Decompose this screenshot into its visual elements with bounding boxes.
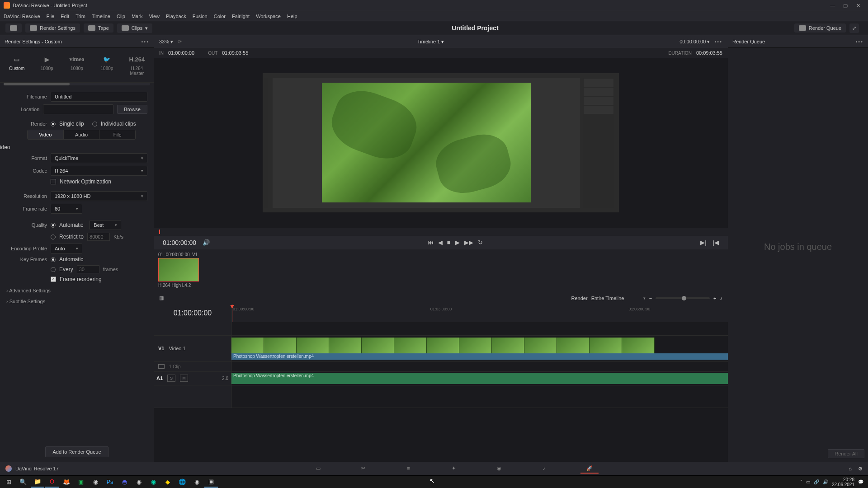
prev-frame-button[interactable]: ◀ — [438, 239, 443, 246]
menu-clip[interactable]: Clip — [117, 14, 125, 19]
tray-notifications-icon[interactable]: 💬 — [858, 479, 863, 484]
menu-timeline[interactable]: Timeline — [92, 14, 110, 19]
loop-button[interactable]: ↻ — [478, 239, 483, 246]
audio-clip[interactable]: Photoshop Wassertropfen erstellen.mp4 — [231, 373, 728, 384]
format-select[interactable]: QuickTime — [51, 153, 147, 163]
keyframes-every-radio[interactable] — [51, 267, 56, 272]
zoom-dropdown[interactable]: 33% ▾ — [159, 39, 173, 45]
quality-auto-radio[interactable] — [51, 223, 56, 228]
viewer-tc[interactable]: 00:00:00:00 ▾ — [679, 39, 710, 45]
chrome-icon[interactable]: ◉ — [89, 477, 102, 488]
tray-network-icon[interactable]: 🔗 — [814, 479, 819, 484]
menu-help[interactable]: Help — [287, 14, 297, 19]
search-icon[interactable]: 🔍 — [16, 477, 30, 488]
media-page-button[interactable]: ▭ — [309, 464, 327, 474]
zoom-in-button[interactable]: + — [713, 296, 716, 301]
app-icon-1[interactable]: ▣ — [74, 477, 88, 488]
render-single-radio[interactable] — [51, 122, 56, 127]
queue-options-icon[interactable]: ••• — [855, 39, 863, 44]
audio-meter-icon[interactable]: ♪ — [720, 296, 723, 301]
timeline-timecode[interactable]: 01:00:00:00 — [154, 304, 231, 322]
menu-trim[interactable]: Trim — [75, 14, 85, 19]
location-input[interactable] — [43, 104, 113, 114]
solo-button[interactable]: S — [167, 375, 175, 382]
panel-options-icon[interactable]: ••• — [141, 39, 149, 44]
restrict-input[interactable] — [87, 233, 110, 241]
tray-clock[interactable]: 20:28 22.06.2021 — [832, 477, 854, 487]
clips-button[interactable]: Clips ▾ — [117, 23, 152, 33]
home-button[interactable]: ⌂ — [849, 466, 852, 471]
frame-reorder-checkbox[interactable] — [51, 277, 56, 282]
subtitle-settings-toggle[interactable]: Subtitle Settings — [6, 296, 147, 307]
deliver-page-button[interactable]: 🚀 — [580, 464, 599, 474]
encoding-profile-select[interactable]: Auto — [51, 244, 82, 253]
render-settings-button[interactable]: Render Settings — [25, 23, 80, 33]
viewer-scrubber[interactable] — [154, 228, 728, 236]
track-auto-select-icon[interactable] — [158, 364, 165, 369]
firefox-icon[interactable]: 🦊 — [60, 477, 73, 488]
timeline-ruler[interactable]: 01:00:00:00 01:03:00:00 01:06:00:00 — [231, 304, 728, 322]
app-icon-3[interactable]: ◆ — [161, 477, 175, 488]
tab-audio[interactable]: Audio — [64, 130, 100, 139]
resolution-select[interactable]: 868 x 488 HD — [51, 191, 147, 201]
go-end-button[interactable]: |◀ — [713, 239, 719, 246]
mute-button[interactable]: M — [180, 375, 188, 382]
preset-vimeo[interactable]: vimeo1080p — [64, 52, 90, 79]
discord-icon[interactable]: ◓ — [118, 477, 131, 488]
codec-select[interactable]: H.264 — [51, 166, 147, 176]
go-first-button[interactable]: ⏮ — [428, 239, 434, 246]
filename-input[interactable] — [51, 92, 147, 102]
video-clip[interactable]: Photoshop Wassertropfen erstellen.mp4 — [231, 338, 728, 360]
browse-button[interactable]: Browse — [117, 105, 147, 114]
play-button[interactable]: ▶ — [455, 239, 460, 246]
start-button[interactable]: ⊞ — [2, 477, 15, 488]
menu-fusion[interactable]: Fusion — [193, 14, 208, 19]
preset-twitter[interactable]: 🐦1080p — [94, 52, 120, 79]
viewer[interactable] — [154, 58, 728, 228]
render-scope-select[interactable]: Entire Timeline — [591, 296, 646, 301]
maximize-button[interactable]: ▢ — [839, 3, 852, 9]
render-queue-button[interactable]: Render Queue — [794, 23, 846, 33]
menu-workspace[interactable]: Workspace — [256, 14, 281, 19]
tray-volume-icon[interactable]: 🔊 — [823, 479, 828, 484]
preset-scrollbar[interactable] — [4, 83, 70, 85]
tray-chevron-icon[interactable]: ˄ — [800, 479, 802, 484]
opera-icon[interactable]: O — [45, 477, 59, 488]
preset-h264[interactable]: H.264H.264 Master — [124, 52, 150, 79]
viewer-options-icon[interactable]: ••• — [714, 39, 722, 44]
zoom-out-button[interactable]: − — [649, 296, 652, 301]
resolve-taskbar-icon[interactable]: ▣ — [204, 477, 218, 488]
edit-page-button[interactable]: ≡ — [400, 464, 418, 474]
quality-best-select[interactable]: Best — [90, 220, 121, 230]
keyframes-every-input[interactable] — [77, 265, 99, 273]
project-settings-button[interactable]: ⚙ — [858, 466, 863, 472]
render-all-button[interactable]: Render All — [828, 449, 864, 458]
volume-icon[interactable]: 🔊 — [203, 239, 210, 246]
workspace-layout-button[interactable] — [5, 23, 22, 33]
menu-file[interactable]: File — [47, 14, 55, 19]
menu-davinci[interactable]: DaVinci Resolve — [4, 14, 40, 19]
preset-youtube[interactable]: ▶1080p — [33, 52, 60, 79]
tape-button[interactable]: Tape — [84, 23, 113, 33]
menu-playback[interactable]: Playback — [166, 14, 186, 19]
fairlight-page-button[interactable]: ♪ — [535, 464, 553, 474]
tray-battery-icon[interactable]: ▭ — [806, 479, 810, 484]
preset-custom[interactable]: ▭Custom — [4, 52, 30, 79]
network-opt-checkbox[interactable] — [51, 179, 56, 184]
go-last-button[interactable]: ▶| — [700, 239, 706, 246]
next-frame-button[interactable]: ▶▶ — [464, 239, 473, 246]
add-to-render-queue-button[interactable]: Add to Render Queue — [45, 446, 108, 457]
advanced-settings-toggle[interactable]: Advanced Settings — [6, 285, 147, 296]
fit-icon[interactable]: ⟳ — [178, 39, 182, 45]
menu-edit[interactable]: Edit — [61, 14, 69, 19]
out-point[interactable]: 01:09:03:55 — [222, 50, 248, 56]
tab-video[interactable]: Video — [28, 130, 64, 139]
transport-timecode[interactable]: 01:00:00:00 — [163, 239, 196, 246]
clip-thumbnail[interactable]: 01 00:00:00:00 V1 H.264 High L4.2 — [158, 252, 202, 290]
obs-icon[interactable]: ◉ — [190, 477, 203, 488]
timeline-view-icon[interactable]: ▥ — [159, 295, 164, 301]
tab-file[interactable]: File — [99, 130, 135, 139]
render-individual-radio[interactable] — [92, 122, 97, 127]
app-icon-4[interactable]: 🌐 — [175, 477, 189, 488]
menu-view[interactable]: View — [149, 14, 160, 19]
